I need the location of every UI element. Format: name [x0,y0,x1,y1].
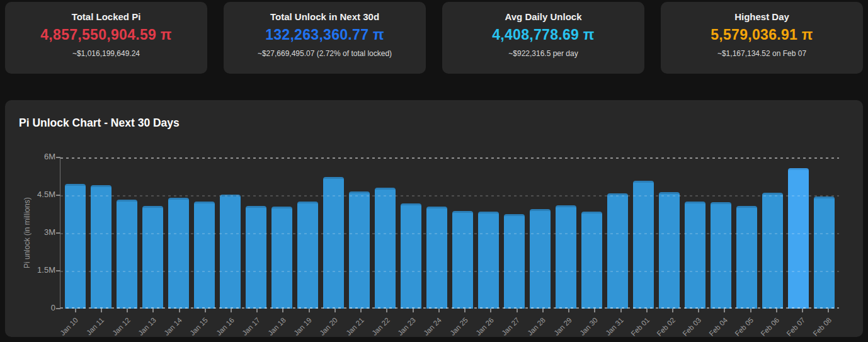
bar-jan-21[interactable] [349,191,370,309]
x-tick-label: Jan 18 [266,316,287,337]
x-tick-mark [309,309,310,312]
y-tick-label: 0 [10,303,55,312]
x-tick-label: Feb 02 [656,316,677,338]
bar-jan-16[interactable] [220,195,241,309]
x-tick-mark [360,309,362,312]
bar-jan-13[interactable] [142,206,163,309]
bar-jan-11[interactable] [91,185,111,309]
bar-jan-12[interactable] [117,200,137,309]
bar-jan-18[interactable] [271,207,292,309]
card-title: Avg Daily Unlock [442,11,644,22]
bar-jan-24[interactable] [426,207,447,309]
card-subtitle: ~$1,167,134.52 on Feb 07 [661,49,863,58]
x-tick-label: Jan 27 [500,316,521,337]
y-tick-label: 6M [10,152,55,161]
x-tick-mark [724,309,725,312]
x-tick-mark [413,309,414,312]
x-tick-label: Feb 01 [629,316,651,338]
card-value: 5,579,036.91 π [661,26,863,43]
x-tick-label: Feb 04 [707,316,729,338]
x-axis-labels: Jan 10Jan 11Jan 12Jan 13Jan 14Jan 15Jan … [60,314,843,339]
y-tick-label: 4.5M [10,190,55,199]
bar-feb-05[interactable] [736,206,757,309]
x-tick-mark [594,309,595,312]
bar-jan-26[interactable] [478,212,499,309]
bar-jan-27[interactable] [504,214,525,309]
bar-jan-20[interactable] [323,177,344,309]
x-tick-label: Feb 07 [785,316,807,338]
x-tick-label: Jan 14 [163,316,183,337]
bar-jan-29[interactable] [556,205,576,309]
bar-jan-17[interactable] [246,206,266,309]
x-tick-mark [282,309,283,312]
y-tick-mark [56,195,60,196]
x-tick-mark [256,309,258,312]
x-axis-ticks [60,309,843,312]
bar-feb-03[interactable] [685,202,705,309]
x-tick-mark [698,309,699,312]
card-value: 4,408,778.69 π [442,26,644,43]
bar-jan-19[interactable] [297,202,318,309]
x-tick-mark [517,309,518,312]
x-tick-label: Jan 24 [422,316,443,337]
bar-jan-28[interactable] [530,209,551,309]
bar-feb-04[interactable] [711,202,731,309]
plot-area [60,157,839,309]
x-tick-label: Jan 19 [292,316,313,337]
x-tick-mark [464,309,465,312]
y-tick-mark [56,157,60,158]
bar-jan-30[interactable] [581,212,602,309]
bar-jan-23[interactable] [401,203,421,309]
y-tick-mark [56,270,60,271]
card-value: 4,857,550,904.59 π [5,26,207,43]
x-tick-label: Jan 10 [59,316,79,337]
bar-jan-31[interactable] [607,193,628,309]
x-tick-label: Jan 26 [474,316,495,337]
x-tick-mark [334,309,336,312]
x-tick-mark [490,309,491,312]
x-tick-label: Feb 08 [811,316,833,338]
x-tick-mark [750,309,751,312]
x-tick-label: Jan 30 [578,316,599,337]
bar-feb-08[interactable] [814,197,835,309]
card-subtitle: ~$27,669,495.07 (2.72% of total locked) [224,49,426,58]
x-tick-label: Jan 23 [396,316,417,337]
bar-jan-14[interactable] [168,198,189,309]
x-tick-label: Jan 28 [526,316,547,337]
x-tick-mark [179,309,180,312]
card-value: 132,263,360.77 π [224,26,426,43]
x-tick-mark [646,309,648,312]
bar-feb-06[interactable] [762,193,783,309]
bar-feb-02[interactable] [659,192,680,309]
x-tick-mark [127,309,128,312]
card-title: Total Locked Pi [5,11,207,22]
bar-jan-25[interactable] [452,211,473,309]
x-tick-label: Feb 05 [733,316,755,338]
gridline [60,271,839,272]
x-tick-label: Jan 22 [370,316,391,337]
card-subtitle: ~$922,316.5 per day [442,49,644,58]
x-tick-label: Jan 13 [137,316,157,337]
x-tick-mark [542,309,544,312]
x-tick-mark [386,309,387,312]
x-tick-label: Jan 12 [111,316,132,337]
card-title: Highest Day [661,11,863,22]
bar-feb-01[interactable] [633,181,654,309]
card-title: Total Unlock in Next 30d [224,11,426,22]
x-tick-label: Feb 06 [760,316,781,338]
bar-jan-10[interactable] [65,184,86,309]
x-tick-label: Jan 25 [448,316,469,337]
x-tick-mark [101,309,102,312]
y-tick-label: 3M [10,227,55,237]
card-subtitle: ~$1,016,199,649.24 [5,49,207,58]
x-tick-mark [205,309,206,312]
bar-jan-15[interactable] [194,202,215,309]
bar-feb-07[interactable] [788,168,809,309]
gridline [60,157,839,159]
card-total-locked: Total Locked Pi 4,857,550,904.59 π ~$1,0… [5,2,207,74]
stat-cards-row: Total Locked Pi 4,857,550,904.59 π ~$1,0… [5,2,863,74]
chart-title: Pi Unlock Chart - Next 30 Days [19,117,180,130]
bar-jan-22[interactable] [375,188,396,309]
x-tick-label: Jan 29 [552,316,573,337]
x-tick-mark [620,309,622,312]
